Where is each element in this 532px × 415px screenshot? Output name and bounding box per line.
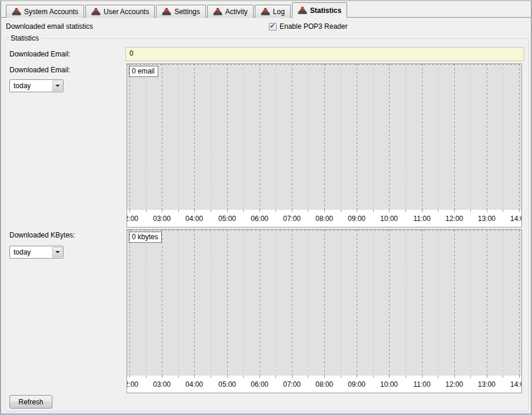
enable-pop3-checkbox[interactable]: ✔ (269, 23, 277, 31)
axis-tick-label: 03:00 (153, 215, 171, 223)
axis-tick-label: 11:00 (413, 380, 430, 389)
gridline (405, 230, 406, 376)
gridline (146, 64, 147, 210)
gridline (211, 64, 211, 210)
gridline (178, 376, 179, 378)
gridline (275, 64, 276, 210)
gridline (292, 210, 292, 212)
gridline (487, 230, 487, 376)
kbytes-chart-time-axis: 02:0003:0004:0005:0006:0007:0008:0009:00… (127, 376, 521, 393)
gridline (487, 376, 487, 378)
gridline (341, 64, 341, 210)
mail-download-icon (12, 8, 21, 16)
gridline (243, 210, 244, 212)
gridline (162, 376, 162, 378)
gridline (357, 230, 357, 376)
kbytes-range-dropdown-button[interactable] (52, 247, 62, 257)
gridline (470, 230, 471, 376)
email-range-select[interactable]: today (9, 79, 64, 92)
gridline (227, 230, 228, 376)
downloaded-email-chart: 0 email 02:0003:0004:0005:0006:0007:0008… (127, 63, 522, 227)
email-chart-time-axis: 02:0003:0004:0005:0006:0007:0008:0009:00… (127, 210, 521, 227)
axis-tick-label: 10:00 (380, 215, 398, 223)
axis-tick-label: 08:00 (315, 380, 333, 389)
gridline (357, 210, 357, 212)
mail-download-icon (213, 8, 222, 16)
gridline (422, 376, 423, 378)
gridline (503, 210, 503, 212)
chevron-down-icon (55, 251, 60, 253)
axis-tick-label: 07:00 (283, 380, 301, 389)
gridline (129, 210, 130, 212)
mail-download-icon (162, 8, 171, 16)
gridline (519, 376, 520, 378)
groupbox-legend: Statistics (9, 34, 41, 42)
tab-settings[interactable]: Settings (156, 5, 205, 18)
gridline (470, 376, 471, 378)
tab-user-accounts[interactable]: User Accounts (85, 5, 155, 18)
axis-tick-label: 06:00 (251, 380, 268, 389)
gridline (405, 376, 406, 378)
gridline (292, 376, 292, 378)
tab-statistics[interactable]: Statistics (292, 2, 347, 18)
gridline (146, 376, 147, 378)
gridline (389, 230, 390, 376)
gridline (178, 210, 179, 212)
kbytes-chart-plot-area: 0 kbytes (127, 230, 521, 376)
gridline (422, 210, 423, 212)
gridline (454, 376, 455, 378)
gridline (308, 376, 308, 378)
axis-tick-label: 04:00 (185, 215, 203, 223)
kbytes-range-select[interactable]: today (9, 246, 64, 259)
gridline (292, 230, 292, 376)
tab-bar: System Accounts User Accounts Settings A… (6, 4, 348, 18)
mail-download-icon (298, 6, 307, 15)
tab-log[interactable]: Log (255, 5, 291, 18)
gridline (194, 230, 195, 376)
kbytes-chart-value-badge: 0 kbytes (129, 232, 162, 243)
mail-download-icon (261, 8, 270, 16)
axis-tick-label: 05:00 (218, 380, 236, 389)
gridline (275, 210, 276, 212)
gridline (292, 64, 292, 210)
tab-label: Log (273, 8, 285, 16)
gridline (470, 210, 471, 212)
gridline (129, 230, 130, 376)
gridline (324, 210, 325, 212)
gridline (341, 210, 341, 212)
gridline (438, 230, 438, 376)
gridline (389, 376, 390, 378)
gridline (260, 230, 260, 376)
gridline (438, 210, 438, 212)
tab-system-accounts[interactable]: System Accounts (6, 5, 84, 18)
gridline (275, 376, 276, 378)
gridline (357, 376, 357, 378)
gridline (211, 230, 211, 376)
gridline (357, 64, 357, 210)
tab-activity[interactable]: Activity (207, 5, 254, 18)
enable-pop3-checkbox-row: ✔ Enable POP3 Reader (269, 22, 347, 31)
gridline (243, 230, 244, 376)
axis-tick-label: 11:00 (413, 215, 430, 223)
gridline (422, 64, 423, 210)
app-window: System Accounts User Accounts Settings A… (0, 0, 532, 415)
tab-label: System Accounts (24, 8, 78, 16)
email-range-dropdown-button[interactable] (52, 81, 62, 91)
gridline (454, 64, 455, 210)
gridline (211, 376, 211, 378)
gridline (194, 210, 195, 212)
refresh-button[interactable]: Refresh (9, 395, 52, 409)
gridline (454, 230, 455, 376)
axis-tick-label: 09:00 (348, 215, 365, 223)
gridline (519, 64, 520, 210)
gridline (373, 64, 374, 210)
gridline (146, 230, 147, 376)
gridline (194, 376, 195, 378)
downloaded-email-count-label: Downloaded Email: (9, 50, 70, 58)
axis-tick-label: 05:00 (218, 215, 236, 223)
downloaded-kbytes-chart: 0 kbytes 02:0003:0004:0005:0006:0007:000… (127, 229, 522, 393)
gridline (438, 64, 438, 210)
email-range-value: today (10, 82, 52, 90)
gridline (162, 64, 162, 210)
gridline (389, 64, 390, 210)
